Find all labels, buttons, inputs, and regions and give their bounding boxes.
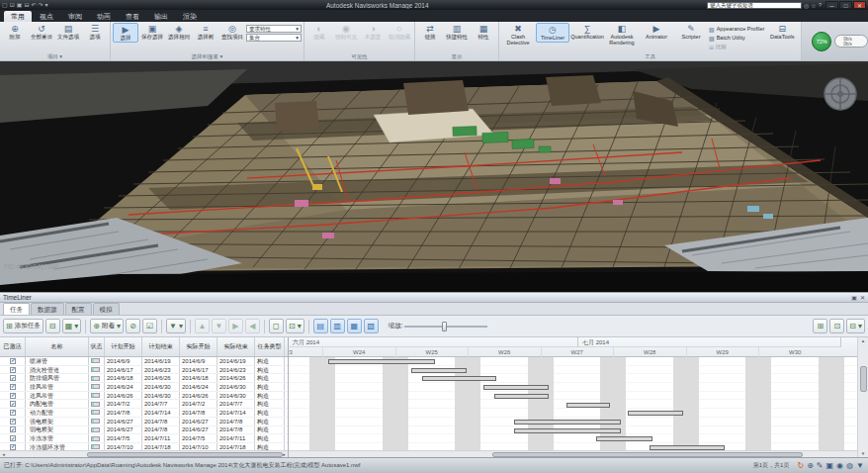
- gantt-bar[interactable]: [483, 385, 549, 390]
- move-down-button[interactable]: ▼: [212, 319, 226, 333]
- scroll-left-icon[interactable]: ◂: [0, 451, 7, 457]
- gantt-bar[interactable]: [514, 420, 621, 425]
- active-checkbox[interactable]: ✔: [10, 410, 16, 416]
- gantt-vertical-scrollbar[interactable]: ▴ ▾: [857, 337, 868, 457]
- active-checkbox[interactable]: ✔: [10, 426, 16, 432]
- bulb-icon[interactable]: ◉: [836, 461, 843, 471]
- autodesk-rendering-button[interactable]: ◧Autodesk Rendering: [605, 23, 639, 46]
- require-properties-combo[interactable]: 要求特性▾: [246, 25, 302, 33]
- export-schedule-button[interactable]: ⊞: [813, 319, 827, 333]
- view-gantt-button[interactable]: ▧: [364, 319, 379, 333]
- active-checkbox[interactable]: ✔: [10, 401, 16, 407]
- appearance-profiler-button[interactable]: ▧Appearance Profiler: [709, 25, 764, 33]
- file-options-button[interactable]: ▤文件选项: [55, 23, 81, 41]
- gantt-body[interactable]: [289, 357, 857, 450]
- append-button[interactable]: ⊕附加: [2, 23, 28, 41]
- import-schedule-button[interactable]: ⊡: [829, 319, 844, 333]
- gantt-bar[interactable]: [596, 436, 652, 441]
- table-row[interactable]: ✔防排烟风管2014/6/182014/6/262014/6/182014/6/…: [0, 374, 288, 383]
- table-row[interactable]: ✔冷冻水管2014/7/52014/7/112014/7/52014/7/11构…: [0, 434, 288, 443]
- timeliner-titlebar[interactable]: TimeLiner ▣ ✕: [0, 293, 868, 303]
- gantt-vscroll-thumb[interactable]: [860, 366, 867, 392]
- search-icon[interactable]: ◎: [804, 2, 809, 9]
- comment-button[interactable]: ◻: [269, 319, 284, 333]
- gantt-bar[interactable]: [566, 403, 610, 408]
- open-icon[interactable]: ⊡: [10, 1, 15, 9]
- active-checkbox[interactable]: ✔: [10, 375, 16, 381]
- table-row[interactable]: ✔动力配管2014/7/82014/7/142014/7/82014/7/14构…: [0, 409, 288, 418]
- properties-button[interactable]: ▦特性: [471, 23, 496, 41]
- window-icon[interactable]: ▣: [826, 461, 834, 471]
- unhide-all-button[interactable]: ○取消隐藏: [387, 23, 412, 41]
- table-row[interactable]: ✔冷冻循环水管2014/7/102014/7/182014/7/102014/7…: [0, 443, 288, 450]
- tab-tasks[interactable]: 任务: [3, 303, 30, 315]
- user-icon[interactable]: ◍: [846, 461, 853, 471]
- filter-icon[interactable]: ▼: [856, 461, 864, 471]
- refresh-icon[interactable]: ↻: [797, 461, 804, 471]
- table-row[interactable]: ✔内配电管2014/7/22014/7/72014/7/22014/7/7构造: [0, 400, 288, 409]
- panel-close-icon[interactable]: ✕: [860, 294, 865, 301]
- table-row[interactable]: ✔喷淋管2014/6/92014/6/192014/6/92014/6/19构造: [0, 357, 288, 366]
- panel-pin-icon[interactable]: ▣: [851, 294, 857, 301]
- group-caption-select-search[interactable]: 选择和搜索 ▾: [113, 52, 302, 60]
- clear-attachment-button[interactable]: ⊘: [126, 319, 140, 333]
- active-checkbox[interactable]: ✔: [10, 419, 16, 425]
- close-button[interactable]: ✕: [853, 1, 866, 9]
- gantt-horizontal-scrollbar[interactable]: [289, 450, 857, 457]
- group-caption-project[interactable]: 项目 ▾: [2, 52, 108, 60]
- active-checkbox[interactable]: ✔: [10, 444, 16, 450]
- animator-button[interactable]: ▶Animator: [640, 23, 673, 41]
- gantt-hscroll-thumb[interactable]: [492, 452, 803, 457]
- links-button[interactable]: ⇄链接: [417, 23, 443, 41]
- view-planned-button[interactable]: ▤: [313, 319, 328, 333]
- active-checkbox[interactable]: ✔: [10, 384, 16, 390]
- scroll-up-icon[interactable]: ▴: [862, 337, 865, 344]
- save-selection-button[interactable]: ▣保存选择: [139, 23, 165, 41]
- gantt-settings-button[interactable]: ⊟▾: [846, 319, 865, 333]
- export-image-button[interactable]: ⊡▾: [286, 319, 304, 333]
- tab-configure[interactable]: 配置: [65, 303, 92, 315]
- minimize-button[interactable]: ─: [825, 1, 838, 9]
- col-actual-end[interactable]: 实际结束: [217, 337, 255, 356]
- col-planned-start[interactable]: 计划开始: [105, 337, 142, 356]
- table-row[interactable]: ✔送风吊管2014/6/262014/6/302014/6/262014/6/3…: [0, 392, 288, 401]
- tab-animation[interactable]: 动画: [90, 11, 118, 22]
- col-task-type[interactable]: 任务类型: [255, 337, 285, 356]
- filter-button[interactable]: ▼▾: [166, 319, 186, 333]
- maximize-button[interactable]: □: [839, 1, 852, 9]
- timeliner-button[interactable]: ◷TimeLiner: [536, 23, 569, 43]
- gantt-bar[interactable]: [514, 428, 621, 433]
- tab-render[interactable]: 渲染: [176, 11, 204, 22]
- view-planned-actual-button[interactable]: ▦: [347, 319, 362, 333]
- table-hscroll-thumb[interactable]: [87, 452, 283, 457]
- tab-output[interactable]: 输出: [147, 11, 175, 22]
- scripter-button[interactable]: ✎Scripter: [674, 23, 708, 41]
- quantification-button[interactable]: ∑Quantification: [570, 23, 604, 41]
- insert-task-button[interactable]: ⊟: [45, 319, 60, 333]
- hide-button[interactable]: ◐隐藏: [306, 23, 332, 41]
- table-horizontal-scrollbar[interactable]: ◂ ▸: [0, 450, 288, 457]
- clash-detective-button[interactable]: ✖Clash Detective: [501, 23, 535, 46]
- tab-simulate[interactable]: 模拟: [93, 303, 120, 315]
- tab-review[interactable]: 审阅: [61, 11, 89, 22]
- col-status[interactable]: 状态: [89, 337, 105, 356]
- pan-icon[interactable]: ⊕: [807, 461, 814, 471]
- move-up-button[interactable]: ▲: [195, 319, 210, 333]
- quick-properties-button[interactable]: ▥快捷特性: [444, 23, 470, 41]
- batch-utility-button[interactable]: ▨Batch Utility: [709, 34, 764, 42]
- table-row[interactable]: ✔消火栓管道2014/6/172014/6/232014/6/172014/6/…: [0, 366, 288, 375]
- auto-add-tasks-button[interactable]: ▦▾: [62, 319, 82, 333]
- selection-tree-button[interactable]: ≡选择树: [193, 23, 218, 41]
- table-row[interactable]: ✔弱电桥架2014/6/272014/7/82014/6/272014/7/8构…: [0, 426, 288, 435]
- col-active[interactable]: 已激活: [0, 337, 26, 356]
- outdent-button[interactable]: ◀: [245, 319, 260, 333]
- tab-data-sources[interactable]: 数据源: [31, 303, 64, 315]
- zoom-slider-thumb[interactable]: [442, 322, 447, 331]
- scroll-down-icon[interactable]: ▾: [862, 450, 865, 457]
- gantt-bar[interactable]: [628, 411, 683, 416]
- tab-viewpoint[interactable]: 视点: [33, 11, 60, 22]
- require-button[interactable]: ◉强制可见: [333, 23, 359, 41]
- scene-viewport[interactable]: FID:48 ID:1417348: [0, 61, 868, 292]
- favorites-icon[interactable]: ☆: [811, 2, 816, 9]
- help-icon[interactable]: ?: [819, 2, 822, 8]
